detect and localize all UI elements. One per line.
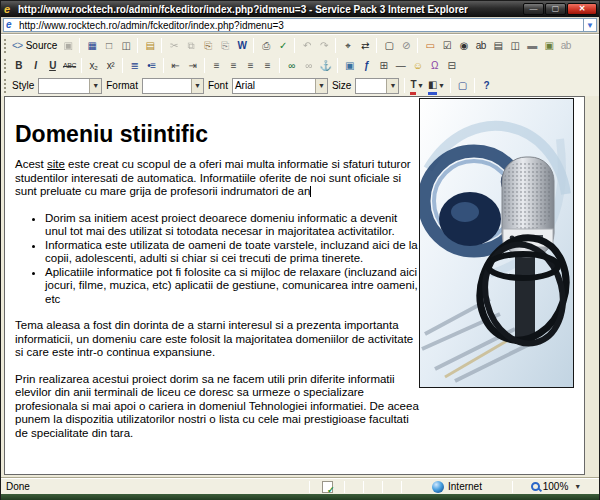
remove-format-button[interactable]: ⊘: [397, 37, 414, 54]
bg-color-button[interactable]: ◧▼: [426, 77, 447, 94]
about-button[interactable]: ?: [478, 77, 495, 94]
insert-select-field-button[interactable]: ◫: [506, 37, 523, 54]
insert-hidden-field-button[interactable]: ab: [557, 37, 574, 54]
close-button[interactable]: ✕: [567, 3, 597, 15]
insert-ordered-list-button[interactable]: ≣: [126, 57, 143, 74]
strike-through-button[interactable]: ABC: [61, 57, 78, 74]
toolbar-separator: [404, 78, 405, 93]
select-all-button[interactable]: ▢: [380, 37, 397, 54]
maximize-button[interactable]: ▢: [545, 3, 566, 15]
paste-from-word-icon: W: [237, 38, 246, 53]
insert-form-button[interactable]: ▭: [421, 37, 438, 54]
insert-smiley-button[interactable]: ☺: [409, 57, 426, 74]
align-right-icon: ≡: [248, 58, 253, 73]
insert-flash-button[interactable]: ƒ: [358, 57, 375, 74]
increase-indent-icon: ⇥: [189, 58, 197, 73]
insert-unordered-list-icon: •≡: [147, 58, 155, 73]
toolbar-separator: [163, 58, 164, 73]
check-spelling-button[interactable]: ✓: [274, 37, 291, 54]
print-button[interactable]: ⎙: [257, 37, 274, 54]
new-page-button[interactable]: □: [100, 37, 117, 54]
decrease-indent-button[interactable]: ⇤: [167, 57, 184, 74]
toolbar-separator: [417, 38, 418, 53]
increase-indent-button[interactable]: ⇥: [184, 57, 201, 74]
insert-text-field-icon: ab: [476, 38, 486, 53]
internet-explorer-icon: e: [4, 4, 15, 15]
zoom-panel[interactable]: 100% ▼: [513, 479, 599, 494]
toolbar-separator: [335, 38, 336, 53]
preview-button[interactable]: ◫: [117, 37, 134, 54]
align-center-button[interactable]: ≡: [225, 57, 242, 74]
toolbar-separator: [122, 58, 123, 73]
insert-link-button[interactable]: ∞: [283, 57, 300, 74]
insert-anchor-button[interactable]: ⚓: [317, 57, 334, 74]
superscript-button[interactable]: x²: [102, 57, 119, 74]
align-justify-button[interactable]: ≡: [259, 57, 276, 74]
insert-ordered-list-icon: ≣: [131, 58, 139, 73]
font-combo[interactable]: Arial▼: [232, 78, 328, 94]
insert-special-character-button[interactable]: Ω: [426, 57, 443, 74]
save-icon: ▦: [87, 38, 96, 53]
italic-button[interactable]: I: [27, 57, 44, 74]
toolbar-row-1: <>Source▣▦□◫▤✂⧉⎘⎘W⎙✓↶↷⌖⇄▢⊘▭☑◉ab▤◫▬▣ab: [1, 35, 599, 55]
fit-window-button[interactable]: ▢: [454, 77, 471, 94]
replace-button[interactable]: ⇄: [356, 37, 373, 54]
style-combo[interactable]: ▼: [38, 78, 102, 94]
insert-special-character-icon: Ω: [431, 58, 438, 73]
list-item: Aplicatiile informatice pot fi folosite …: [45, 266, 419, 307]
browser-window: e http://www.rocktech.ro/admin/fckeditor…: [0, 0, 600, 500]
paste-plain-text-icon: ⎘: [221, 38, 229, 53]
subscript-button[interactable]: x₂: [85, 57, 102, 74]
insert-textarea-button[interactable]: ▤: [489, 37, 506, 54]
insert-button-button[interactable]: ▬: [523, 37, 540, 54]
bullet-list: Dorim sa initiem acest proiect deoarece …: [15, 212, 419, 307]
address-bar: e http://www.rocktech.ro/admin/fckeditor…: [1, 17, 599, 34]
insert-page-break-icon: ⊟: [448, 58, 456, 73]
insert-image-button[interactable]: ▣: [341, 57, 358, 74]
insert-table-button[interactable]: ⊞: [375, 57, 392, 74]
taskbar-edge: [1, 494, 599, 500]
format-combo[interactable]: ▼: [142, 78, 204, 94]
paste-icon: ⎘: [204, 38, 212, 53]
align-left-button[interactable]: ≡: [208, 57, 225, 74]
address-dropdown-button[interactable]: ▼: [584, 18, 597, 32]
insert-horizontal-rule-button[interactable]: ―: [392, 57, 409, 74]
find-button[interactable]: ⌖: [339, 37, 356, 54]
size-label: Size: [332, 80, 351, 91]
insert-unordered-list-button[interactable]: •≡: [143, 57, 160, 74]
paste-plain-text-button[interactable]: ⎘: [216, 37, 233, 54]
toolbar-separator: [337, 58, 338, 73]
insert-form-icon: ▭: [425, 38, 434, 53]
insert-text-field-button[interactable]: ab: [472, 37, 489, 54]
insert-page-break-button[interactable]: ⊟: [443, 57, 460, 74]
insert-checkbox-button[interactable]: ☑: [438, 37, 455, 54]
toolbar-separator: [137, 38, 138, 53]
site-link[interactable]: site: [47, 158, 65, 170]
chevron-down-icon: ▼: [438, 82, 445, 89]
address-input[interactable]: e http://www.rocktech.ro/admin/fckeditor…: [3, 18, 584, 32]
align-right-button[interactable]: ≡: [242, 57, 259, 74]
minimize-button[interactable]: —: [523, 3, 544, 15]
source-button-label: Source: [26, 40, 58, 51]
editor-content-area[interactable]: Domeniu stiintific Acest site este creat…: [4, 96, 585, 475]
insert-image-button-button[interactable]: ▣: [540, 37, 557, 54]
print-icon: ⎙: [262, 38, 270, 53]
document-text: Domeniu stiintific Acest site este creat…: [13, 121, 419, 440]
paste-from-word-button[interactable]: W: [233, 37, 250, 54]
save-button[interactable]: ▦: [83, 37, 100, 54]
bold-button[interactable]: B: [10, 57, 27, 74]
window-title: http://www.rocktech.ro/admin/fckeditor/i…: [18, 4, 519, 15]
insert-anchor-icon: ⚓: [320, 58, 332, 73]
text-color-button[interactable]: T▼: [408, 77, 426, 94]
page-loaded-icon: [322, 481, 333, 493]
headphones-microphone-image[interactable]: [419, 98, 574, 388]
toolbar-separator: [79, 38, 80, 53]
security-zone-label: Internet: [448, 481, 482, 492]
insert-radio-button-button[interactable]: ◉: [455, 37, 472, 54]
paste-button[interactable]: ⎘: [199, 37, 216, 54]
templates-button[interactable]: ▤: [141, 37, 158, 54]
underline-button[interactable]: U: [44, 57, 61, 74]
insert-image-icon: ▣: [345, 58, 354, 73]
source-button[interactable]: <>Source: [10, 37, 59, 54]
size-combo[interactable]: ▼: [355, 78, 399, 94]
